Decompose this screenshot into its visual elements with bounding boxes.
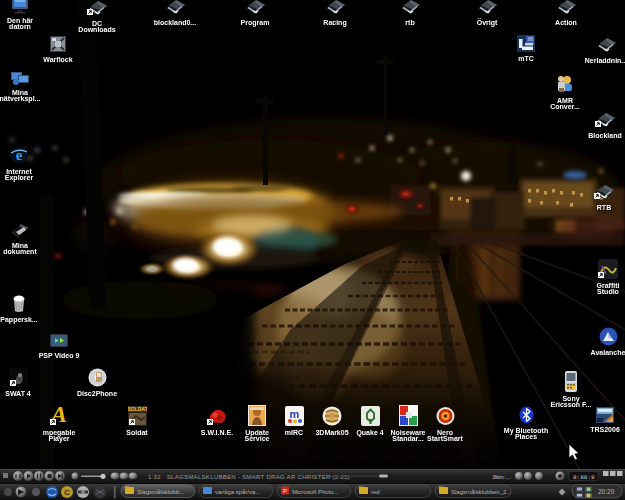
svg-text:Microsoft Photo...: Microsoft Photo...: [292, 489, 339, 495]
svg-text:SOLDAT: SOLDAT: [128, 406, 147, 412]
svg-text:P: P: [283, 488, 287, 494]
svg-text:20:20: 20:20: [598, 488, 615, 495]
svg-text:8:88:8: 8:88:8: [573, 474, 595, 481]
svg-text:vanliga spår/va...: vanliga spår/va...: [215, 489, 261, 495]
svg-text:1:32 SLAGSMALSKLUBBEN - SMAR: 1:32 SLAGSMALSKLUBBEN - SMART DRAG AR CH…: [148, 474, 350, 480]
svg-text:Slagsmålsklubben_2....: Slagsmålsklubben_2....: [451, 489, 513, 495]
svg-text:e: e: [16, 147, 23, 163]
svg-text:C: C: [64, 488, 70, 497]
svg-text:Slagsmålsklubb...: Slagsmålsklubb...: [137, 489, 184, 495]
svg-text:red: red: [371, 489, 380, 495]
svg-text:JIkm:.,..: JIkm:.,..: [492, 474, 512, 480]
